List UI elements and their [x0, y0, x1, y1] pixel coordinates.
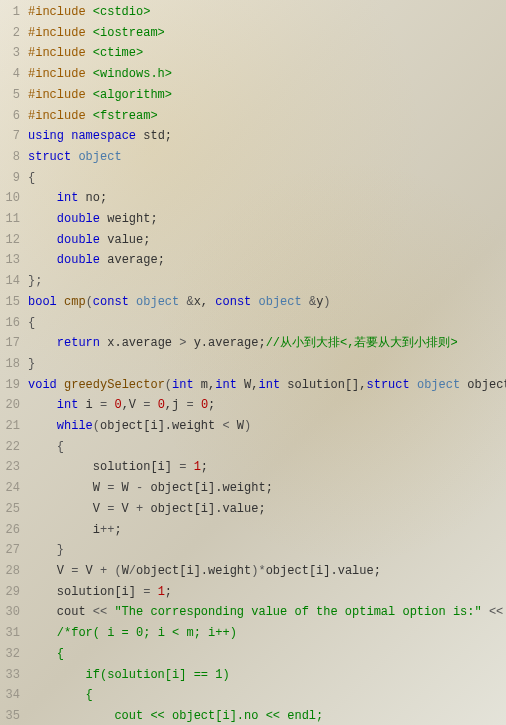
code-line: 32 {: [0, 644, 506, 665]
line-number: 1: [0, 2, 28, 23]
line-number: 28: [0, 561, 28, 582]
code-content: solution[i] = 1;: [28, 457, 506, 478]
code-content: }: [28, 354, 506, 375]
line-number: 12: [0, 230, 28, 251]
line-number: 25: [0, 499, 28, 520]
code-content: while(object[i].weight < W): [28, 416, 506, 437]
code-line: 24 W = W - object[i].weight;: [0, 478, 506, 499]
code-line: 31 /*for( i = 0; i < m; i++): [0, 623, 506, 644]
code-content: #include <cstdio>: [28, 2, 506, 23]
code-content: using namespace std;: [28, 126, 506, 147]
code-content: #include <fstream>: [28, 106, 506, 127]
code-content: bool cmp(const object &x, const object &…: [28, 292, 506, 313]
code-line: 16{: [0, 313, 506, 334]
code-line: 5#include <algorithm>: [0, 85, 506, 106]
code-line: 8struct object: [0, 147, 506, 168]
line-number: 30: [0, 602, 28, 623]
code-line: 33 if(solution[i] == 1): [0, 665, 506, 686]
code-content: }: [28, 540, 506, 561]
line-number: 3: [0, 43, 28, 64]
code-content: return x.average > y.average;//从小到大排<,若要…: [28, 333, 506, 354]
line-number: 19: [0, 375, 28, 396]
line-number: 18: [0, 354, 28, 375]
code-line: 9{: [0, 168, 506, 189]
line-number: 26: [0, 520, 28, 541]
line-number: 5: [0, 85, 28, 106]
line-number: 14: [0, 271, 28, 292]
code-content: double average;: [28, 250, 506, 271]
line-number: 13: [0, 250, 28, 271]
code-editor: 1#include <cstdio>2#include <iostream>3#…: [0, 2, 506, 725]
line-number: 9: [0, 168, 28, 189]
code-line: 10 int no;: [0, 188, 506, 209]
line-number: 22: [0, 437, 28, 458]
code-line: 15bool cmp(const object &x, const object…: [0, 292, 506, 313]
line-number: 23: [0, 457, 28, 478]
code-line: 2#include <iostream>: [0, 23, 506, 44]
line-number: 29: [0, 582, 28, 603]
code-content: #include <ctime>: [28, 43, 506, 64]
code-line: 12 double value;: [0, 230, 506, 251]
line-number: 2: [0, 23, 28, 44]
line-number: 33: [0, 665, 28, 686]
code-content: solution[i] = 1;: [28, 582, 506, 603]
code-line: 4#include <windows.h>: [0, 64, 506, 85]
code-line: 20 int i = 0,V = 0,j = 0;: [0, 395, 506, 416]
code-content: i++;: [28, 520, 506, 541]
code-line: 14};: [0, 271, 506, 292]
code-content: if(solution[i] == 1): [28, 665, 506, 686]
code-content: V = V + (W/object[i].weight)*object[i].v…: [28, 561, 506, 582]
code-content: /*for( i = 0; i < m; i++): [28, 623, 506, 644]
line-number: 34: [0, 685, 28, 706]
code-line: 34 {: [0, 685, 506, 706]
code-line: 21 while(object[i].weight < W): [0, 416, 506, 437]
line-number: 27: [0, 540, 28, 561]
code-content: cout << object[i].no << endl;: [28, 706, 506, 725]
line-number: 6: [0, 106, 28, 127]
line-number: 31: [0, 623, 28, 644]
line-number: 15: [0, 292, 28, 313]
code-content: #include <windows.h>: [28, 64, 506, 85]
code-line: 27 }: [0, 540, 506, 561]
code-line: 1#include <cstdio>: [0, 2, 506, 23]
code-line: 25 V = V + object[i].value;: [0, 499, 506, 520]
line-number: 4: [0, 64, 28, 85]
code-line: 13 double average;: [0, 250, 506, 271]
code-line: 30 cout << "The corresponding value of t…: [0, 602, 506, 623]
line-number: 16: [0, 313, 28, 334]
code-line: 29 solution[i] = 1;: [0, 582, 506, 603]
code-content: W = W - object[i].weight;: [28, 478, 506, 499]
line-number: 24: [0, 478, 28, 499]
code-content: double value;: [28, 230, 506, 251]
code-content: {: [28, 313, 506, 334]
code-content: int i = 0,V = 0,j = 0;: [28, 395, 506, 416]
code-content: int no;: [28, 188, 506, 209]
code-content: {: [28, 168, 506, 189]
line-number: 20: [0, 395, 28, 416]
line-number: 17: [0, 333, 28, 354]
code-line: 26 i++;: [0, 520, 506, 541]
code-content: double weight;: [28, 209, 506, 230]
line-number: 8: [0, 147, 28, 168]
line-number: 11: [0, 209, 28, 230]
code-content: {: [28, 644, 506, 665]
code-line: 35 cout << object[i].no << endl;: [0, 706, 506, 725]
code-line: 17 return x.average > y.average;//从小到大排<…: [0, 333, 506, 354]
line-number: 21: [0, 416, 28, 437]
line-number: 7: [0, 126, 28, 147]
code-line: 22 {: [0, 437, 506, 458]
code-line: 28 V = V + (W/object[i].weight)*object[i…: [0, 561, 506, 582]
code-line: 11 double weight;: [0, 209, 506, 230]
code-line: 18}: [0, 354, 506, 375]
code-line: 19void greedySelector(int m,int W,int so…: [0, 375, 506, 396]
code-content: #include <algorithm>: [28, 85, 506, 106]
code-content: void greedySelector(int m,int W,int solu…: [28, 375, 506, 396]
code-content: cout << "The corresponding value of the …: [28, 602, 506, 623]
code-content: #include <iostream>: [28, 23, 506, 44]
code-content: {: [28, 437, 506, 458]
line-number: 35: [0, 706, 28, 725]
code-line: 7using namespace std;: [0, 126, 506, 147]
code-line: 3#include <ctime>: [0, 43, 506, 64]
code-content: V = V + object[i].value;: [28, 499, 506, 520]
code-content: struct object: [28, 147, 506, 168]
